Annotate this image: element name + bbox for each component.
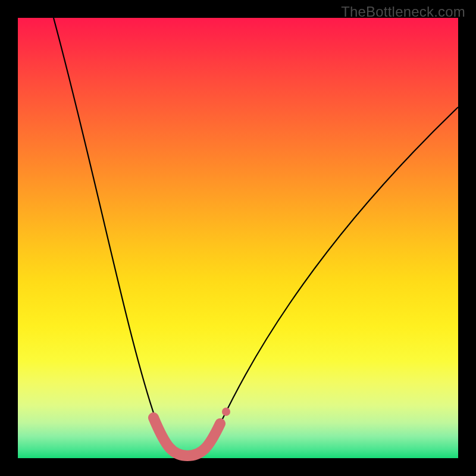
chart-curve	[54, 18, 458, 457]
chart-plot-area	[18, 18, 458, 458]
chart-frame: TheBottleneck.com	[0, 0, 476, 476]
chart-svg	[18, 18, 458, 458]
chart-highlight-dot	[222, 408, 230, 416]
chart-highlight-band	[154, 418, 220, 456]
